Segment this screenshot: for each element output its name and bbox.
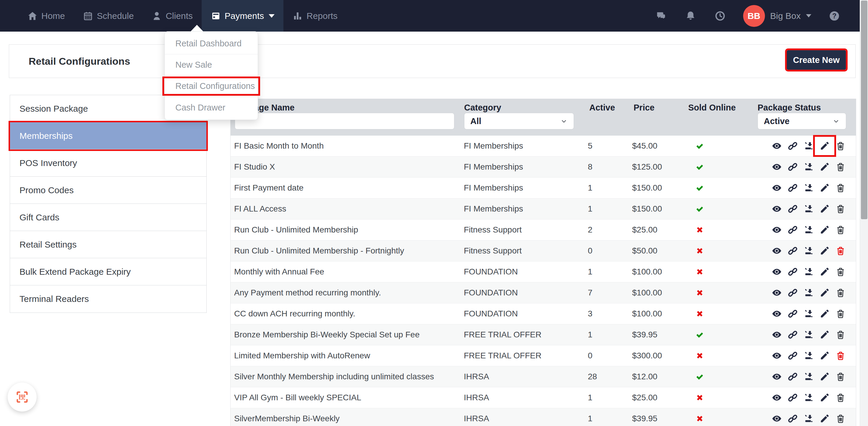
view-button[interactable] <box>770 307 783 320</box>
view-button[interactable] <box>770 202 783 216</box>
edit-button[interactable] <box>818 265 831 278</box>
nav-item-schedule[interactable]: Schedule <box>74 0 143 32</box>
messages-button[interactable] <box>655 9 668 23</box>
package-name-cell: Any Payment method recurring monthly. <box>230 288 464 297</box>
print-barcode-button[interactable] <box>802 181 815 194</box>
sidebar-item-pos-inventory[interactable]: POS Inventory <box>10 149 206 177</box>
delete-button[interactable] <box>834 307 847 320</box>
delete-button[interactable] <box>834 202 847 216</box>
delete-button[interactable] <box>834 244 847 257</box>
print-barcode-button[interactable] <box>802 202 815 216</box>
edit-button[interactable] <box>818 349 831 362</box>
package-price-cell: $100.00 <box>632 288 687 297</box>
delete-button[interactable] <box>834 391 847 404</box>
table-row: CC down ACH recurring monthly. FOUNDATIO… <box>230 304 856 324</box>
delete-button[interactable] <box>834 265 847 278</box>
sidebar-item-bulk-extend-package-expiry[interactable]: Bulk Extend Package Expiry <box>10 258 206 285</box>
delete-button[interactable] <box>834 412 847 425</box>
menu-item-retail-dashboard[interactable]: Retail Dashboard <box>165 33 258 54</box>
sidebar-item-promo-codes[interactable]: Promo Codes <box>10 177 206 204</box>
print-icon <box>803 225 814 235</box>
edit-button[interactable] <box>818 286 831 299</box>
view-button[interactable] <box>770 370 783 383</box>
print-barcode-button[interactable] <box>802 412 815 425</box>
history-button[interactable] <box>714 9 726 23</box>
view-button[interactable] <box>770 161 783 173</box>
package-name-filter-input[interactable] <box>235 113 454 130</box>
delete-button[interactable] <box>834 286 847 299</box>
link-button[interactable] <box>786 349 799 362</box>
category-select[interactable]: All <box>464 113 574 130</box>
print-barcode-button[interactable] <box>802 370 815 383</box>
view-button[interactable] <box>770 265 783 278</box>
view-button[interactable] <box>770 328 783 341</box>
print-barcode-button[interactable] <box>802 286 815 299</box>
link-button[interactable] <box>786 286 799 299</box>
notifications-button[interactable] <box>684 9 697 23</box>
link-button[interactable] <box>786 139 799 152</box>
delete-button[interactable] <box>834 181 847 194</box>
view-button[interactable] <box>770 286 783 299</box>
scrollbar-thumb[interactable] <box>861 1 867 219</box>
edit-button[interactable] <box>818 244 831 257</box>
edit-button[interactable] <box>818 391 831 404</box>
nav-item-home[interactable]: Home <box>18 0 74 32</box>
link-button[interactable] <box>786 328 799 341</box>
delete-button[interactable] <box>834 139 847 152</box>
sidebar-item-terminal-readers[interactable]: Terminal Readers <box>10 285 206 313</box>
edit-button[interactable] <box>818 370 831 383</box>
link-button[interactable] <box>786 370 799 383</box>
print-barcode-button[interactable] <box>802 307 815 320</box>
user-menu[interactable]: BB Big Box <box>743 5 811 27</box>
menu-item-retail-configurations[interactable]: Retail Configurations <box>165 76 258 97</box>
edit-button[interactable] <box>818 412 831 425</box>
link-button[interactable] <box>786 223 799 236</box>
view-button[interactable] <box>770 349 783 362</box>
delete-button[interactable] <box>834 161 847 173</box>
print-barcode-button[interactable] <box>802 223 815 236</box>
delete-button[interactable] <box>834 223 847 236</box>
print-barcode-button[interactable] <box>802 391 815 404</box>
link-button[interactable] <box>786 412 799 425</box>
edit-button[interactable] <box>818 161 831 173</box>
print-barcode-button[interactable] <box>802 349 815 362</box>
edit-button[interactable] <box>818 181 831 194</box>
edit-button[interactable] <box>818 223 831 236</box>
edit-button[interactable] <box>818 328 831 341</box>
delete-button[interactable] <box>834 349 847 362</box>
menu-item-cash-drawer[interactable]: Cash Drawer <box>165 97 258 118</box>
sidebar-item-memberships[interactable]: Memberships <box>10 122 206 149</box>
edit-button[interactable] <box>818 307 831 320</box>
view-button[interactable] <box>770 412 783 425</box>
print-barcode-button[interactable] <box>802 161 815 173</box>
link-button[interactable] <box>786 307 799 320</box>
help-button[interactable]: ? <box>828 9 841 23</box>
link-button[interactable] <box>786 391 799 404</box>
link-button[interactable] <box>786 265 799 278</box>
sidebar-item-gift-cards[interactable]: Gift Cards <box>10 204 206 231</box>
print-barcode-button[interactable] <box>802 328 815 341</box>
package-status-select[interactable]: Active <box>757 113 846 130</box>
sidebar-item-retail-settings[interactable]: Retail Settings <box>10 231 206 258</box>
link-button[interactable] <box>786 181 799 194</box>
nav-item-payments[interactable]: Payments <box>202 0 283 32</box>
delete-button[interactable] <box>834 328 847 341</box>
view-button[interactable] <box>770 139 783 152</box>
menu-item-new-sale[interactable]: New Sale <box>165 54 258 76</box>
view-button[interactable] <box>770 244 783 257</box>
delete-button[interactable] <box>834 370 847 383</box>
link-button[interactable] <box>786 161 799 173</box>
print-barcode-button[interactable] <box>802 265 815 278</box>
view-button[interactable] <box>770 223 783 236</box>
view-button[interactable] <box>770 391 783 404</box>
print-barcode-button[interactable] <box>802 139 815 152</box>
view-button[interactable] <box>770 181 783 194</box>
link-button[interactable] <box>786 244 799 257</box>
link-button[interactable] <box>786 202 799 216</box>
nav-item-reports[interactable]: Reports <box>283 0 346 32</box>
print-barcode-button[interactable] <box>802 244 815 257</box>
edit-button[interactable] <box>818 139 831 152</box>
create-new-button[interactable]: Create New <box>787 50 846 70</box>
edit-button[interactable] <box>818 202 831 216</box>
barcode-scan-fab[interactable] <box>8 382 37 411</box>
